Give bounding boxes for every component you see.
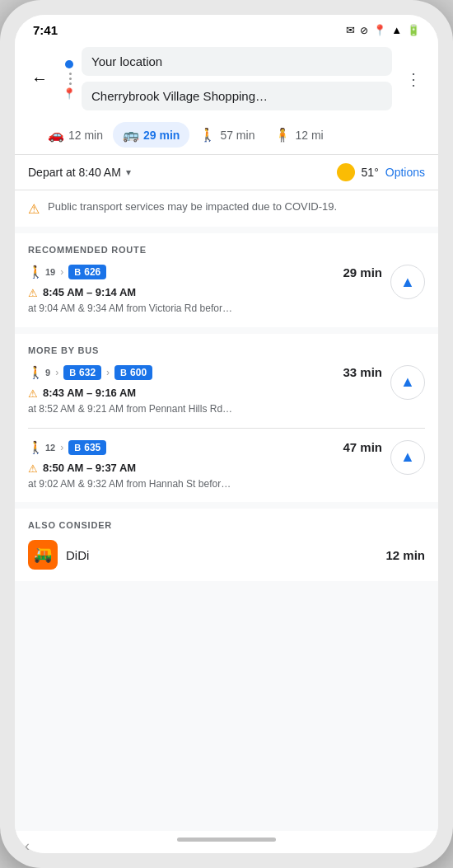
bus-letter-635: B [74,443,81,453]
status-icons: ✉ ⊘ 📍 ▲ 🔋 [346,24,420,36]
route-steps-632: 🚶 9 › B 632 › B 600 [28,365,382,380]
transport-tabs: 🚗 12 min 🚌 29 min 🚶 57 min 🧍 12 mi [26,117,427,154]
time-range-635: 8:50 AM – 9:37 AM [43,462,136,474]
search-inputs [82,47,392,110]
dropdown-arrow-icon: ▾ [126,167,131,178]
bus-badge-626: B 626 [68,265,106,279]
recommended-sub-text: at 9:04 AM & 9:34 AM from Victoria Rd be… [28,302,382,316]
tab-drive[interactable]: 🚗 12 min [38,122,113,148]
depart-label: Depart at 8:40 AM [28,166,121,179]
bus-badge-600: B 600 [114,365,152,380]
transit-icon: 🚌 [123,127,139,143]
location-pin-icon: 📍 [373,24,386,36]
navigate-icon-632: ▲ [400,373,415,391]
options-link[interactable]: Options [385,166,425,179]
back-arrow-icon: ← [31,69,48,88]
warning-icon-635: ⚠ [28,462,38,475]
bus-badge-635: B 635 [68,440,106,455]
bus-letter-600: B [120,368,127,378]
wifi-icon: ▲ [391,24,402,36]
origin-input-box[interactable] [82,47,392,76]
navigate-button-632[interactable]: ▲ [390,365,425,400]
didi-row[interactable]: 🛺 DiDi 12 min [28,540,425,570]
origin-dot [65,60,73,68]
weather-sun-icon [337,163,355,181]
bus-letter-632: B [69,368,76,378]
walk-minutes-3: 12 [45,443,55,453]
walk-minutes-2: 9 [45,368,50,378]
duration-635: 47 min [343,440,382,454]
recommended-duration: 29 min [343,265,382,279]
temperature: 51° [362,166,379,179]
tab-rideshare[interactable]: 🧍 12 mi [264,122,333,148]
route-connector: 📍 [65,60,73,97]
bus-badge-632: B 632 [63,365,101,380]
back-gesture-icon[interactable]: ‹ [25,838,30,853]
route-separator-1 [28,428,425,429]
navigate-button-635[interactable]: ▲ [390,440,425,475]
chevron-icon-3: › [106,367,110,378]
scroll-content[interactable]: ⚠ Public transport services may be impac… [15,190,438,831]
route-warning-icon-1: ⚠ [28,287,38,299]
phone-screen: 7:41 ✉ ⊘ 📍 ▲ 🔋 ← [15,15,438,853]
route-steps-635: 🚶 12 › B 635 47 min [28,440,382,455]
recommended-route-label: RECOMMENDED ROUTE [28,245,425,255]
didi-duration: 12 min [385,548,425,562]
bus-number-600: 600 [130,367,147,378]
covid-text: Public transport services may be impacte… [48,200,337,213]
tab-walk[interactable]: 🚶 57 min [189,122,264,148]
recommended-route-section: RECOMMENDED ROUTE 🚶 19 › B 626 [15,233,438,327]
bus-letter-1: B [74,267,81,277]
navigate-icon-1: ▲ [400,274,415,291]
walk-figure-icon-2: 🚶 [28,365,44,380]
didi-left: 🛺 DiDi [28,540,89,570]
bus-number-626: 626 [84,266,100,278]
more-options-button[interactable]: ⋮ [400,66,427,92]
destination-dot: 📍 [65,89,73,97]
warning-row-632: ⚠ 8:43 AM – 9:16 AM [28,387,382,400]
rideshare-icon: 🧍 [274,127,291,143]
walk-label: 57 min [220,129,255,142]
more-by-bus-section: MORE BY BUS 🚶 9 › B 632 [15,334,438,503]
drive-icon: 🚗 [48,127,64,143]
sub-text-632: at 8:52 AM & 9:21 AM from Pennant Hills … [28,402,382,416]
route-card-632: 🚶 9 › B 632 › B 600 [28,365,425,416]
location-off-icon: ⊘ [360,25,368,36]
origin-input[interactable] [91,54,382,68]
connector-dot-3 [69,82,72,85]
three-dots-icon: ⋮ [405,69,423,89]
walk-badge-1: 🚶 19 [28,265,55,279]
recommended-route-card: 🚶 19 › B 626 29 min ⚠ [28,265,425,316]
recommended-time-range: 8:45 AM – 9:14 AM [43,286,136,298]
more-by-bus-label: MORE BY BUS [28,345,425,355]
bottom-bar: ‹ [15,831,438,853]
battery-icon: 🔋 [407,24,420,36]
back-button[interactable]: ← [26,66,53,92]
recommended-route-info: 🚶 19 › B 626 29 min ⚠ [28,265,382,316]
destination-input[interactable] [91,89,382,103]
rideshare-label: 12 mi [295,129,323,142]
status-bar: 7:41 ✉ ⊘ 📍 ▲ 🔋 [15,15,438,42]
depart-left[interactable]: Depart at 8:40 AM ▾ [28,166,131,179]
mail-icon: ✉ [346,24,355,36]
destination-input-box[interactable] [82,82,392,110]
covid-warning: ⚠ Public transport services may be impac… [15,190,438,227]
recommended-route-steps: 🚶 19 › B 626 29 min [28,265,382,279]
walk-figure-icon: 🚶 [28,265,44,279]
navigate-button-1[interactable]: ▲ [390,265,425,299]
tab-transit[interactable]: 🚌 29 min [113,122,189,148]
also-consider-section: ALSO CONSIDER 🛺 DiDi 12 min [15,509,438,581]
bus-number-635: 635 [84,442,100,453]
walk-badge-2: 🚶 9 [28,365,50,380]
route-card-635: 🚶 12 › B 635 47 min ⚠ [28,440,425,491]
walk-icon: 🚶 [199,127,216,143]
phone-frame: 7:41 ✉ ⊘ 📍 ▲ 🔋 ← [0,0,453,868]
duration-632: 33 min [343,365,382,379]
sub-text-635: at 9:02 AM & 9:32 AM from Hannah St befo… [28,477,382,491]
walk-badge-3: 🚶 12 [28,440,55,455]
walk-figure-icon-3: 🚶 [28,440,44,455]
chevron-icon-4: › [60,442,63,453]
home-indicator[interactable] [177,838,276,842]
chevron-right-icon-1: › [60,266,63,278]
didi-logo-icon: 🛺 [28,540,58,570]
